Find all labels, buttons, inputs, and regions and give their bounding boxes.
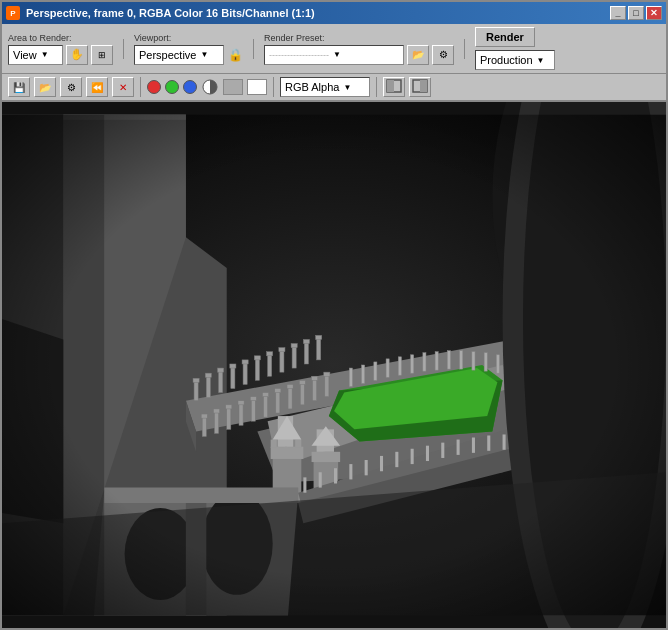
svg-rect-4 <box>420 80 427 92</box>
hand-tool-button[interactable]: ✋ <box>66 45 88 65</box>
channel-dropdown-arrow: ▼ <box>343 83 351 92</box>
frame-button[interactable]: ⊞ <box>91 45 113 65</box>
separator-6 <box>376 77 377 97</box>
separator-5 <box>273 77 274 97</box>
view-mode-1-button[interactable] <box>383 77 405 97</box>
open-icon: 📂 <box>39 82 51 93</box>
view-mode-1-icon <box>386 79 402 95</box>
split-view-icon[interactable] <box>201 78 219 96</box>
main-window: P Perspective, frame 0, RGBA Color 16 Bi… <box>0 0 668 630</box>
render-button[interactable]: Render <box>475 27 535 47</box>
clear-button[interactable]: ✕ <box>112 77 134 97</box>
render-preset-row: -------------------- ▼ 📂 ⚙ <box>264 45 454 65</box>
area-to-render-dropdown[interactable]: View ▼ <box>8 45 63 65</box>
render-preset-dropdown[interactable]: -------------------- ▼ <box>264 45 404 65</box>
gray-channel-dot[interactable] <box>223 79 243 95</box>
toolbar-display-settings: 💾 📂 ⚙ ⏪ ✕ <box>2 74 666 102</box>
green-channel-dot[interactable] <box>165 80 179 94</box>
render-viewport <box>2 102 666 628</box>
production-dropdown-arrow: ▼ <box>537 56 545 65</box>
separator-1 <box>123 39 124 59</box>
history-icon: ⏪ <box>91 82 103 93</box>
close-button[interactable]: ✕ <box>646 6 662 20</box>
viewport-value: Perspective <box>139 49 196 61</box>
svg-rect-114 <box>2 115 666 616</box>
view-mode-2-icon <box>412 79 428 95</box>
options-icon: ⚙ <box>67 82 76 93</box>
blue-channel-dot[interactable] <box>183 80 197 94</box>
white-color-box[interactable] <box>247 79 267 95</box>
view-mode-2-button[interactable] <box>409 77 431 97</box>
hand-icon: ✋ <box>70 48 84 61</box>
window-controls: _ □ ✕ <box>610 6 662 20</box>
load-preset-icon: 📂 <box>412 49 424 60</box>
separator-4 <box>140 77 141 97</box>
title-bar: P Perspective, frame 0, RGBA Color 16 Bi… <box>2 2 666 24</box>
production-value: Production <box>480 54 533 66</box>
render-section: Render Production ▼ <box>475 27 555 70</box>
clear-icon: ✕ <box>119 82 127 93</box>
area-to-render-label: Area to Render: <box>8 33 113 43</box>
production-dropdown[interactable]: Production ▼ <box>475 50 555 70</box>
separator-2 <box>253 39 254 59</box>
lock-icon: 🔒 <box>227 45 243 65</box>
channel-dropdown[interactable]: RGB Alpha ▼ <box>280 77 370 97</box>
load-preset-button[interactable]: 📂 <box>407 45 429 65</box>
history-button[interactable]: ⏪ <box>86 77 108 97</box>
area-to-render-row: View ▼ ✋ ⊞ <box>8 45 113 65</box>
viewport-label: Viewport: <box>134 33 243 43</box>
window-title: Perspective, frame 0, RGBA Color 16 Bits… <box>26 7 610 19</box>
maximize-button[interactable]: □ <box>628 6 644 20</box>
settings-icon: ⚙ <box>439 49 448 60</box>
options-button[interactable]: ⚙ <box>60 77 82 97</box>
viewport-row: Perspective ▼ 🔒 <box>134 45 243 65</box>
channel-value: RGB Alpha <box>285 81 339 93</box>
frame-icon: ⊞ <box>98 50 106 60</box>
render-button-label: Render <box>486 31 524 43</box>
render-preset-label: Render Preset: <box>264 33 454 43</box>
red-channel-dot[interactable] <box>147 80 161 94</box>
preset-dropdown-arrow: ▼ <box>333 50 341 59</box>
render-preset-group: Render Preset: -------------------- ▼ 📂 … <box>264 33 454 65</box>
save-icon: 💾 <box>13 82 25 93</box>
app-icon: P <box>6 6 20 20</box>
toolbar-render-settings: Area to Render: View ▼ ✋ ⊞ Viewport: P <box>2 24 666 74</box>
render-preset-value: -------------------- <box>269 50 329 60</box>
area-to-render-value: View <box>13 49 37 61</box>
area-to-render-group: Area to Render: View ▼ ✋ ⊞ <box>8 33 113 65</box>
viewport-dropdown-arrow: ▼ <box>200 50 208 59</box>
rendered-scene <box>2 102 666 628</box>
separator-3 <box>464 39 465 59</box>
minimize-button[interactable]: _ <box>610 6 626 20</box>
viewport-group: Viewport: Perspective ▼ 🔒 <box>134 33 243 65</box>
save-image-button[interactable]: 💾 <box>8 77 30 97</box>
area-dropdown-arrow: ▼ <box>41 50 49 59</box>
open-image-button[interactable]: 📂 <box>34 77 56 97</box>
settings-button[interactable]: ⚙ <box>432 45 454 65</box>
viewport-dropdown[interactable]: Perspective ▼ <box>134 45 224 65</box>
svg-rect-2 <box>387 80 394 92</box>
